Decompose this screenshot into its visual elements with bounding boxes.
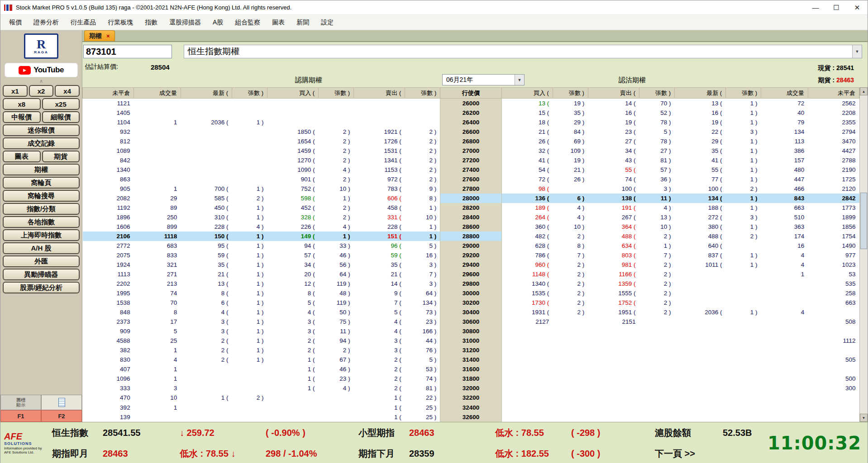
symbol-input[interactable] (83, 45, 172, 58)
option-row[interactable]: 863901 (2 )972 (2 )2760072 (26 )74 (36 )… (83, 175, 859, 184)
status-item: 298 / -1.04% (264, 449, 357, 459)
option-row[interactable]: 90953 (1 )3 (11 )4 (166 )30800 (83, 326, 859, 336)
option-row[interactable]: 9321850 (2 )1921 (2 )2660021 (84 )23 (5 … (83, 127, 859, 137)
sidebar-button[interactable]: 期權 (3, 164, 80, 175)
option-row[interactable]: 1391 (25 )32600 (83, 412, 859, 422)
option-row[interactable]: 83042 (1 )1 (67 )2 (5 )31400505 (83, 355, 859, 364)
option-row[interactable]: 40711 (46 )2 (53 )31600 (83, 364, 859, 374)
option-row[interactable]: 119289450 (1 )452 (2 )458 (1 )28200189 (… (83, 203, 859, 213)
youtube-button[interactable]: ▶ YouTube (5, 63, 78, 77)
icon-display-button[interactable]: 圖標顯示 (0, 395, 41, 410)
sidebar-button[interactable]: 期貨 (42, 151, 80, 162)
menu-item[interactable]: 證券分析 (28, 15, 65, 30)
menu-item[interactable]: 圖表 (266, 15, 291, 30)
sidebar-button[interactable]: 窩輪搜尋 (3, 190, 80, 202)
next-page-button[interactable]: 下一頁 >> (653, 448, 721, 460)
raga-logo-text: RAGA (34, 50, 48, 54)
status-item: 期指下月 (357, 448, 407, 460)
option-row[interactable]: 9051700 (1 )752 (10 )783 (9 )2780098 (10… (83, 184, 859, 194)
app-window: Stock Market PRO 5 v1.0.5 (Build 135) ra… (0, 0, 868, 463)
option-row[interactable]: 109611 (23 )2 (74 )31800500 (83, 374, 859, 383)
option-row[interactable]: 38212 (1 )2 (2 )3 (76 )31200 (83, 345, 859, 355)
scrollbar-track[interactable] (860, 95, 868, 414)
option-row[interactable]: 2373173 (1 )3 (75 )4 (23 )30600212721515… (83, 317, 859, 326)
f2-button[interactable]: F2 (41, 410, 82, 422)
menu-item[interactable]: 組合監察 (229, 15, 266, 30)
chevron-down-icon[interactable]: ▼ (852, 45, 862, 58)
table-scrollbar[interactable]: ▲ ▼ (859, 87, 868, 422)
tab-options[interactable]: 期權 × (84, 30, 115, 41)
option-row[interactable]: 39211 (25 )32400 (83, 403, 859, 412)
sidebar-button[interactable]: x8 (3, 98, 41, 110)
status-item: 小型期指 (357, 427, 407, 439)
f1-button[interactable]: F1 (0, 410, 41, 422)
option-row[interactable]: 1538706 (1 )5 (119 )7 (134 )302001730 (2… (83, 298, 859, 307)
option-row[interactable]: 8121654 (2 )1726 (2 )2680026 (69 )27 (78… (83, 137, 859, 146)
scrollbar-thumb[interactable] (860, 193, 867, 249)
minimize-button[interactable]: — (805, 0, 826, 14)
sidebar-button[interactable]: x2 (29, 85, 54, 97)
sidebar-button[interactable]: 外匯 (3, 255, 80, 267)
option-row[interactable]: 8421270 (2 )1341 (2 )2720041 (19 )43 (81… (83, 156, 859, 165)
sidebar-button[interactable]: x1 (3, 85, 28, 97)
option-row[interactable]: 220221313 (1 )12 (119 )14 (3 )298001340 … (83, 279, 859, 288)
month-select[interactable]: 06月21年 ▼ (442, 74, 525, 85)
sidebar-button[interactable]: 窩輪頁 (3, 177, 80, 189)
main-panel: 期權 × 恒生指數期權 ▼ 估計結算價: 28504 認購期權 (82, 30, 868, 422)
option-row[interactable]: 470101 (2 )1 (22 )32200 (83, 393, 859, 402)
sidebar-button[interactable]: x25 (42, 98, 80, 110)
option-row[interactable]: 277268395 (1 )94 (33 )96 (5 )29000628 (8… (83, 241, 859, 250)
tab-close-icon[interactable]: × (106, 33, 110, 39)
sidebar-button[interactable]: 成交記錄 (3, 137, 80, 149)
maximize-button[interactable]: ☐ (826, 0, 847, 14)
status-item: 28359 (407, 449, 493, 459)
sidebar-button[interactable]: 異動掃瞄器 (3, 269, 80, 280)
menu-item[interactable]: A股 (207, 15, 229, 30)
option-row[interactable]: 13401090 (4 )1153 (2 )2740054 (21 )55 (5… (83, 165, 859, 175)
option-row[interactable]: 11212600013 (19 )14 (70 )13 (1 )722562 (83, 99, 859, 108)
sidebar-button[interactable]: 圖表 (3, 151, 41, 162)
menu-item[interactable]: 設定 (315, 15, 339, 30)
option-row[interactable]: 1896250310 (1 )328 (2 )331 (10 )28400264… (83, 213, 859, 222)
option-row[interactable]: 4588252 (1 )2 (94 )3 (44 )310001112 (83, 336, 859, 345)
status-grid: 恒生指數28541.55↓ 259.72( -0.90% )小型期指28463低… (50, 422, 775, 463)
option-row[interactable]: 1995748 (1 )8 (48 )9 (64 )300001535 (2 )… (83, 288, 859, 298)
option-row[interactable]: 21061118150 (1 )149 (1 )151 (1 )28800482… (83, 232, 859, 241)
sidebar-button[interactable]: 中報價 (3, 111, 41, 123)
sidebar-button[interactable]: 上海即時指數 (3, 229, 80, 241)
sidebar-button[interactable]: 細報價 (42, 111, 80, 123)
sidebar-collapse-icon[interactable]: ∧ (0, 78, 82, 85)
option-row[interactable]: 1606899228 (4 )226 (4 )228 (1 )28600360 … (83, 222, 859, 232)
status-item: 低水 : 78.55 ↓ (178, 448, 264, 460)
document-view-button[interactable] (41, 395, 82, 410)
sidebar-button[interactable]: x4 (55, 85, 80, 97)
option-row[interactable]: 111327121 (1 )20 (64 )21 (7 )296001148 (… (83, 269, 859, 279)
sidebar-button[interactable]: 指數/分類 (3, 203, 80, 215)
menu-item[interactable]: 選股掃描器 (163, 15, 207, 30)
option-row[interactable]: 10891459 (2 )1531 (2 )2700032 (109 )34 (… (83, 146, 859, 156)
instrument-name-field[interactable]: 恒生指數期權 ▼ (184, 45, 862, 58)
sidebar-button[interactable]: 迷你報價 (3, 124, 80, 136)
option-row[interactable]: 208229585 (2 )598 (1 )606 (8 )28000136 (… (83, 194, 859, 203)
scroll-down-icon[interactable]: ▼ (860, 414, 868, 422)
menu-item[interactable]: 新聞 (291, 15, 315, 30)
option-row[interactable]: 33331 (4 )2 (81 )32000300 (83, 383, 859, 393)
sidebar-button[interactable]: 股票/經紀分析 (3, 282, 80, 293)
chevron-down-icon[interactable]: ▼ (515, 75, 524, 85)
scroll-up-icon[interactable]: ▲ (860, 87, 868, 95)
option-row[interactable]: 84884 (1 )4 (50 )5 (73 )304001931 (2 )19… (83, 307, 859, 317)
sidebar-button[interactable]: A/H 股 (3, 242, 80, 254)
option-row[interactable]: 14052620015 (35 )16 (52 )16 (1 )402208 (83, 108, 859, 118)
option-row[interactable]: 207583359 (1 )57 (46 )59 (16 )29200786 (… (83, 250, 859, 260)
icon-display-label: 圖標顯示 (15, 397, 26, 407)
menu-item[interactable]: 指數 (139, 15, 163, 30)
options-table-header-row: 未平倉成交量最新 (張數 )買入 (張數 )賣出 (張數 )行使價買入 (張數 … (83, 88, 859, 99)
sidebar-button[interactable]: 各地指數 (3, 216, 80, 228)
option-row[interactable]: 110412036 (1 )2640018 (29 )19 (78 )19 (1… (83, 118, 859, 127)
menu-item[interactable]: 報價 (3, 15, 28, 30)
close-button[interactable]: ✕ (847, 0, 868, 14)
option-row[interactable]: 192432135 (1 )34 (56 )35 (3 )29400960 (2… (83, 260, 859, 269)
menu-item[interactable]: 行業板塊 (102, 15, 139, 30)
menu-item[interactable]: 衍生產品 (65, 15, 102, 30)
status-item: ( -300 ) (569, 449, 653, 459)
